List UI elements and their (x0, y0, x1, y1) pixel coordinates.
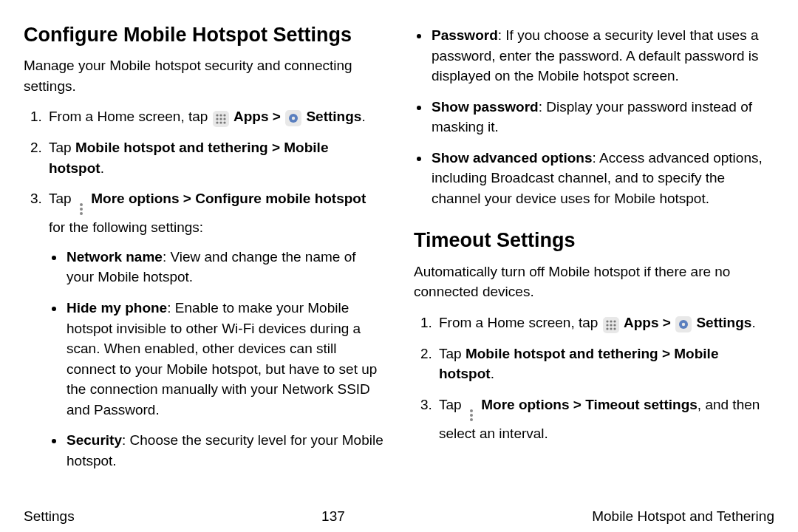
svg-point-17 (606, 327, 608, 330)
bullet-title: Show password (432, 99, 539, 115)
chevron-right-icon: > (183, 191, 191, 206)
bullet-network-name: Network name: View and change the name o… (65, 247, 384, 287)
svg-point-5 (223, 118, 225, 120)
step1-text: From a Home screen, tap (439, 315, 602, 330)
step-1: From a Home screen, tap Apps > Settings. (46, 106, 384, 127)
settings-gear-icon (675, 316, 692, 332)
step1-text: From a Home screen, tap (49, 109, 212, 124)
bullet-title: Network name (66, 249, 163, 265)
step2-bold1: Mobile hotspot and tethering (75, 140, 268, 155)
page-columns: Configure Mobile Hotspot Settings Manage… (24, 21, 774, 481)
svg-point-15 (610, 324, 612, 326)
step2-text: Tap (439, 346, 466, 361)
period: . (361, 109, 365, 124)
right-column: Password: If you choose a security level… (414, 21, 774, 481)
apps-label: Apps (233, 109, 269, 124)
svg-point-11 (606, 320, 608, 322)
period: . (491, 366, 494, 381)
step3-text: Tap (439, 397, 466, 412)
svg-point-10 (292, 117, 295, 120)
apps-label: Apps (624, 315, 659, 330)
heading-configure: Configure Mobile Hotspot Settings (24, 21, 384, 50)
bullet-password: Password: If you choose a security level… (430, 25, 774, 86)
left-column: Configure Mobile Hotspot Settings Manage… (24, 21, 384, 481)
bullet-title: Security (66, 432, 122, 448)
settings-label: Settings (696, 315, 751, 330)
step-3: Tap More options > Timeout settings, and… (436, 395, 774, 444)
svg-point-16 (613, 324, 615, 326)
svg-point-6 (216, 122, 218, 124)
chevron-right-icon: > (573, 397, 582, 412)
footer-page-number: 137 (321, 508, 345, 525)
svg-point-19 (613, 327, 615, 330)
step3-post: for the following settings: (49, 219, 203, 235)
steps-configure: From a Home screen, tap Apps > Settings.… (24, 106, 384, 471)
heading-timeout: Timeout Settings (414, 226, 774, 255)
svg-point-18 (610, 327, 612, 330)
svg-point-4 (219, 118, 222, 120)
configure-bullets: Network name: View and change the name o… (49, 247, 384, 471)
bullet-title: Show advanced options (432, 150, 592, 166)
intro-configure: Manage your Mobile hotspot security and … (24, 55, 384, 96)
bullet-advanced-options: Show advanced options: Access advanced o… (430, 148, 774, 209)
svg-point-14 (606, 324, 608, 326)
bullet-title: Password (432, 27, 498, 43)
chevron-right-icon: > (272, 140, 280, 155)
intro-timeout: Automatically turn off Mobile hotspot if… (414, 262, 774, 302)
more-options-icon (467, 407, 476, 423)
apps-grid-icon (603, 317, 619, 333)
step3-text: Tap (49, 191, 75, 206)
step-2: Tap Mobile hotspot and tethering > Mobil… (46, 137, 384, 178)
step2-bold1: Mobile hotspot and tethering (466, 346, 658, 361)
footer-right: Mobile Hotspot and Tethering (592, 508, 774, 525)
chevron-right-icon: > (663, 315, 671, 330)
step3-bold2: Configure mobile hotspot (195, 191, 366, 206)
configure-bullets-cont: Password: If you choose a security level… (414, 25, 774, 208)
bullet-hide-phone: Hide my phone: Enable to make your Mobil… (65, 298, 384, 420)
apps-grid-icon (213, 111, 229, 127)
bullet-desc: : Enable to make your Mobile hotspot inv… (66, 300, 377, 417)
settings-gear-icon (285, 110, 301, 126)
bullet-title: Hide my phone (66, 300, 167, 316)
step3-bold2: Timeout settings (585, 397, 698, 412)
bullet-show-password: Show password: Display your password ins… (430, 97, 774, 137)
step-2: Tap Mobile hotspot and tethering > Mobil… (436, 344, 774, 384)
svg-point-1 (219, 115, 222, 117)
step3-bold1: More options (91, 191, 179, 206)
svg-point-21 (682, 322, 685, 325)
chevron-right-icon: > (273, 109, 281, 124)
chevron-right-icon: > (662, 346, 670, 361)
svg-point-8 (223, 122, 225, 124)
svg-point-13 (613, 320, 615, 322)
svg-point-3 (216, 118, 218, 120)
more-options-icon (77, 201, 86, 217)
svg-point-0 (216, 115, 218, 117)
footer-left: Settings (24, 508, 75, 525)
settings-label: Settings (306, 109, 361, 124)
step3-bold1: More options (481, 397, 569, 412)
svg-point-12 (610, 320, 612, 322)
step-3: Tap More options > Configure mobile hots… (46, 188, 384, 471)
svg-point-2 (223, 115, 225, 117)
bullet-security: Security: Choose the security level for … (65, 430, 384, 471)
period: . (751, 315, 755, 330)
step2-text: Tap (49, 140, 75, 155)
steps-timeout: From a Home screen, tap Apps > Settings.… (414, 313, 774, 444)
step-1: From a Home screen, tap Apps > Settings. (436, 313, 774, 333)
page-footer: Settings 137 Mobile Hotspot and Tetherin… (0, 508, 798, 525)
period: . (100, 160, 104, 176)
svg-point-7 (219, 122, 222, 124)
